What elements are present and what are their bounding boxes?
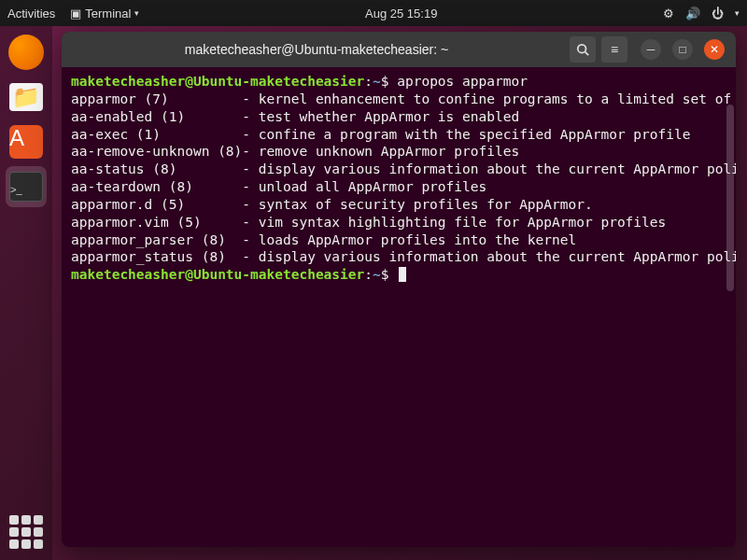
- output-line: aa-exec (1) - confine a program with the…: [71, 126, 726, 144]
- prompt-path: ~: [373, 267, 381, 282]
- maximize-icon: □: [679, 43, 685, 56]
- prompt-user-host: maketecheasher@Ubuntu-maketecheasier: [71, 74, 364, 89]
- chevron-down-icon[interactable]: ▾: [735, 8, 740, 18]
- minimize-icon: ─: [647, 43, 655, 56]
- app-menu-label: Terminal: [85, 7, 131, 21]
- gnome-topbar: Activities ▣ Terminal ▾ Aug 25 15:19 ⚙ 🔊…: [0, 0, 747, 26]
- software-icon: A: [9, 125, 43, 159]
- dock-files[interactable]: 📁: [6, 77, 47, 118]
- app-menu[interactable]: ▣ Terminal ▾: [70, 7, 139, 21]
- output-line: aa-remove-unknown (8)- remove unknown Ap…: [71, 143, 726, 161]
- output-line: aa-status (8) - display various informat…: [71, 161, 726, 178]
- show-applications-button[interactable]: [9, 515, 43, 549]
- terminal-icon: ▣: [70, 7, 81, 21]
- volume-icon[interactable]: 🔊: [685, 7, 700, 21]
- search-icon: [576, 43, 589, 56]
- typed-command: apropos apparmor: [397, 74, 528, 89]
- prompt-path: ~: [373, 74, 381, 89]
- dock-firefox[interactable]: [6, 32, 47, 73]
- menu-button[interactable]: ≡: [601, 36, 627, 63]
- prompt-symbol: $: [381, 74, 389, 89]
- window-title: maketecheasher@Ubuntu-maketecheasier: ~: [69, 42, 564, 57]
- terminal-icon: >_: [9, 172, 43, 202]
- output: apparmor (7) - kernel enhancement to con…: [71, 91, 726, 266]
- dock-software[interactable]: A: [6, 121, 47, 162]
- output-line: apparmor_status (8) - display various in…: [71, 248, 726, 266]
- prompt-symbol: $: [381, 267, 389, 282]
- output-line: apparmor (7) - kernel enhancement to con…: [71, 91, 726, 108]
- prompt-line: maketecheasher@Ubuntu-maketecheasier:~$ …: [71, 73, 726, 91]
- output-line: apparmor.d (5) - syntax of security prof…: [71, 196, 726, 214]
- titlebar[interactable]: maketecheasher@Ubuntu-maketecheasier: ~ …: [62, 32, 736, 67]
- prompt-user-host: maketecheasher@Ubuntu-maketecheasier: [71, 267, 364, 282]
- prompt-line: maketecheasher@Ubuntu-maketecheasier:~$: [71, 266, 726, 284]
- search-button[interactable]: [570, 36, 596, 63]
- files-icon: 📁: [9, 83, 43, 111]
- scrollbar[interactable]: [726, 105, 734, 291]
- network-icon[interactable]: ⚙: [663, 7, 674, 21]
- power-icon[interactable]: ⏻: [712, 7, 724, 21]
- minimize-button[interactable]: ─: [641, 39, 661, 60]
- maximize-button[interactable]: □: [672, 39, 693, 60]
- cursor: [399, 267, 406, 282]
- hamburger-icon: ≡: [611, 42, 618, 57]
- output-line: aa-teardown (8) - unload all AppArmor pr…: [71, 178, 726, 196]
- svg-point-0: [578, 45, 586, 53]
- dock-terminal[interactable]: >_: [6, 166, 47, 207]
- terminal-window: maketecheasher@Ubuntu-maketecheasier: ~ …: [62, 32, 736, 547]
- clock[interactable]: Aug 25 15:19: [139, 7, 663, 21]
- output-line: aa-enabled (1) - test whether AppArmor i…: [71, 108, 726, 126]
- close-icon: ✕: [710, 43, 719, 56]
- output-line: apparmor.vim (5) - vim syntax highlighti…: [71, 214, 726, 231]
- close-button[interactable]: ✕: [704, 39, 725, 60]
- activities-button[interactable]: Activities: [7, 7, 55, 21]
- output-line: apparmor_parser (8) - loads AppArmor pro…: [71, 231, 726, 249]
- svg-line-1: [585, 52, 589, 56]
- firefox-icon: [8, 35, 44, 70]
- terminal-body[interactable]: maketecheasher@Ubuntu-maketecheasier:~$ …: [62, 67, 736, 547]
- dock: 📁 A >_: [0, 26, 52, 560]
